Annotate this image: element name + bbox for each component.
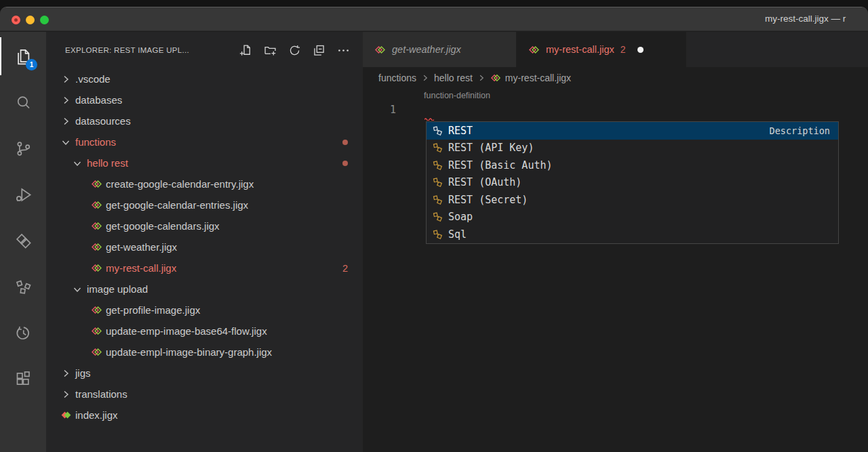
line-number: 1 <box>363 104 402 116</box>
snippet-icon <box>432 229 443 240</box>
collapse-all-icon <box>312 43 326 58</box>
jigx-file-icon <box>89 199 104 211</box>
chevron-right-icon <box>58 389 73 400</box>
tab-label: get-weather.jigx <box>392 44 461 55</box>
tree-item-update-emp-image-base64-flow-jigx[interactable]: update-emp-image-base64-flow.jigx <box>46 321 363 342</box>
tab-get-weather-jigx[interactable]: get-weather.jigx <box>363 32 517 67</box>
close-button[interactable] <box>12 16 20 24</box>
jigx-diamonds-icon <box>14 232 33 250</box>
tree-item-hello-rest[interactable]: hello rest <box>46 152 363 173</box>
suggest-label: REST (API Key) <box>448 142 534 154</box>
activity-item-explorer[interactable]: 1 <box>0 33 46 79</box>
chevron-right-icon <box>58 95 73 106</box>
tree-item-label: get-google-calendar-entries.jigx <box>106 199 248 211</box>
new-file-button[interactable] <box>239 43 253 58</box>
tree-item-get-weather-jigx[interactable]: get-weather.jigx <box>46 237 363 258</box>
suggest-item-REST-Secret-[interactable]: REST (Secret) <box>427 191 838 209</box>
tree-item-image-upload[interactable]: image upload <box>46 279 363 300</box>
tree-item-label: .vscode <box>75 73 111 85</box>
tree-item-label: translations <box>75 388 127 400</box>
zoom-button[interactable] <box>40 16 49 24</box>
more-actions-button[interactable] <box>336 43 351 58</box>
suggest-label: REST (Secret) <box>448 194 528 206</box>
editor-group: get-weather.jigx my-rest-call.jigx 2 fun… <box>363 32 868 452</box>
tree-item-label: my-rest-call.jigx <box>106 262 176 274</box>
snippet-icon <box>432 177 443 188</box>
activity-item-search[interactable] <box>0 79 46 125</box>
new-folder-button[interactable] <box>263 43 277 58</box>
explorer-actions <box>239 43 351 58</box>
tree-item-label: functions <box>75 136 116 148</box>
suggest-item-REST[interactable]: REST Description <box>427 122 838 140</box>
snippet-icon <box>432 142 443 153</box>
problem-dot <box>342 140 348 145</box>
activity-item-timeline[interactable] <box>0 310 46 356</box>
new-file-icon <box>239 43 253 58</box>
refresh-icon <box>288 43 302 58</box>
tree-item-label: create-google-calendar-entry.jigx <box>106 178 254 190</box>
activity-item-extensions[interactable] <box>0 356 46 402</box>
modified-dot-icon[interactable] <box>637 47 644 53</box>
tree-item-my-rest-call-jigx[interactable]: my-rest-call.jigx2 <box>46 258 363 279</box>
jigx-file-icon <box>89 304 104 316</box>
breadcrumb-label: my-rest-call.jigx <box>505 73 571 83</box>
tree-item-create-google-calendar-entry-jigx[interactable]: create-google-calendar-entry.jigx <box>46 173 363 194</box>
tree-item-get-google-calendars-jigx[interactable]: get-google-calendars.jigx <box>46 215 363 237</box>
snippet-icon <box>432 211 443 222</box>
problem-dot <box>342 161 348 166</box>
tree-item-update-empl-image-binary-graph-jigx[interactable]: update-empl-image-binary-graph.jigx <box>46 342 363 363</box>
suggest-item-Sql[interactable]: Sql <box>427 226 838 243</box>
activity-item-run-debug[interactable] <box>0 171 46 218</box>
editor[interactable]: 1 function-definition REST Description R… <box>363 89 868 452</box>
tree-item-label: image upload <box>87 283 148 295</box>
jigx-file-icon <box>89 178 104 190</box>
source-control-icon <box>14 140 33 158</box>
debug-icon <box>14 186 33 204</box>
chevron-down-icon <box>70 284 85 295</box>
tree-item-jigs[interactable]: jigs <box>46 363 363 384</box>
codelens-label[interactable]: function-definition <box>424 91 490 100</box>
tree-item-index-jigx[interactable]: index.jigx <box>46 405 363 426</box>
jigx-file-icon <box>58 409 73 421</box>
suggest-item-REST-Basic-Auth-[interactable]: REST (Basic Auth) <box>427 157 838 174</box>
tree-item--vscode[interactable]: .vscode <box>46 68 363 89</box>
suggest-item-Soap[interactable]: Soap <box>427 209 838 226</box>
breadcrumb-item[interactable]: hello rest <box>434 73 473 83</box>
activity-item-source-control[interactable] <box>0 125 46 171</box>
suggest-label: REST (OAuth) <box>448 176 521 188</box>
suggest-item-REST-API-Key-[interactable]: REST (API Key) <box>427 140 838 157</box>
tree-item-label: index.jigx <box>75 409 118 421</box>
tab-bar: get-weather.jigx my-rest-call.jigx 2 <box>363 32 868 67</box>
tree-item-get-profile-image-jigx[interactable]: get-profile-image.jigx <box>46 300 363 321</box>
tree-item-translations[interactable]: translations <box>46 384 363 405</box>
breadcrumb: functionshello restmy-rest-call.jigx <box>363 67 868 89</box>
new-folder-icon <box>263 43 277 58</box>
tree-item-datasources[interactable]: datasources <box>46 110 363 131</box>
activity-item-jigx[interactable] <box>0 218 46 264</box>
minimize-button[interactable] <box>26 16 35 24</box>
jigx-file-icon <box>490 73 501 83</box>
snippet-icon <box>432 160 443 171</box>
tree-item-label: update-emp-image-base64-flow.jigx <box>106 325 267 337</box>
refresh-button[interactable] <box>288 43 302 58</box>
breadcrumb-item[interactable]: functions <box>378 73 416 83</box>
collapse-all-button[interactable] <box>312 43 326 58</box>
tab-problem-count: 2 <box>620 44 626 55</box>
breadcrumb-item[interactable]: my-rest-call.jigx <box>490 73 571 83</box>
tab-my-rest-call-jigx[interactable]: my-rest-call.jigx 2 <box>517 32 686 67</box>
error-squiggle <box>425 117 434 121</box>
activity-item-jigx-components[interactable] <box>0 264 46 310</box>
jigx-file-icon <box>89 346 104 358</box>
explorer-title: EXPLORER: REST IMAGE UPL... <box>65 46 239 54</box>
history-icon <box>14 324 33 342</box>
activity-badge: 1 <box>26 59 37 70</box>
problem-count: 2 <box>342 263 348 274</box>
tree-item-label: get-profile-image.jigx <box>106 304 200 316</box>
tree-item-functions[interactable]: functions <box>46 131 363 152</box>
tree-item-get-google-calendar-entries-jigx[interactable]: get-google-calendar-entries.jigx <box>46 194 363 215</box>
window-controls <box>12 16 49 24</box>
tree-item-databases[interactable]: databases <box>46 89 363 110</box>
suggest-item-REST-OAuth-[interactable]: REST (OAuth) <box>427 174 838 192</box>
jigx-squares-icon <box>14 278 33 296</box>
breadcrumb-label: functions <box>378 73 416 83</box>
